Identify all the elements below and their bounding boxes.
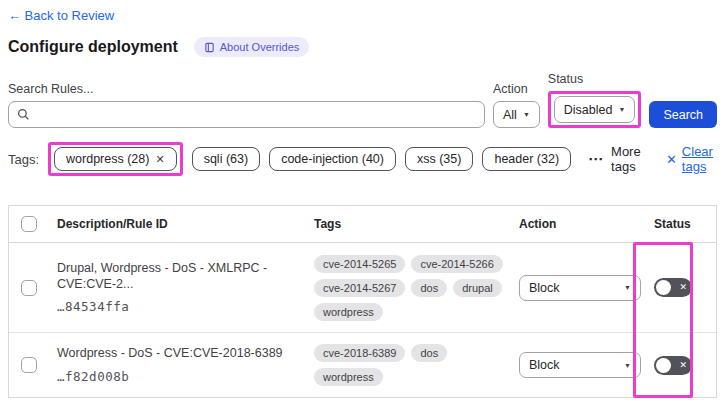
column-header-description: Description/Rule ID	[49, 217, 306, 231]
tag-filter-pill[interactable]: code-injection (40)	[269, 147, 396, 171]
rule-tag-pill: wordpress	[314, 368, 383, 386]
action-select[interactable]: Block ▼	[519, 275, 641, 301]
column-header-status: Status	[646, 217, 716, 231]
table-row: Wordpress - DoS - CVE:CVE-2018-6389 …f82…	[9, 333, 716, 397]
book-icon	[204, 42, 215, 53]
selected-tag-label: wordpress (28)	[66, 152, 149, 166]
more-tags-button[interactable]: ⋯ More tags	[588, 144, 643, 174]
tag-filter-pill[interactable]: sqli (63)	[192, 147, 260, 171]
status-toggle[interactable]: ✕	[654, 278, 692, 297]
tags-bar: Tags: wordpress (28) ✕ sqli (63)code-inj…	[8, 142, 717, 176]
rule-id: …f82d008b	[57, 369, 306, 384]
more-tags-label: More tags	[611, 144, 643, 174]
table-row: Drupal, Wordpress - DoS - XMLRPC - CVE:C…	[9, 243, 716, 333]
rule-tag-pill: cve-2014-5266	[411, 255, 502, 273]
status-filter-annotation: Disabled ▼	[548, 91, 642, 128]
rule-tags: cve-2014-5265cve-2014-5266cve-2014-5267d…	[306, 255, 511, 321]
filter-bar: Search Rules... Action All ▼ Status Disa…	[8, 72, 717, 128]
rule-id: …84534ffa	[57, 299, 306, 314]
rule-description: Drupal, Wordpress - DoS - XMLRPC - CVE:C…	[57, 261, 306, 292]
row-checkbox[interactable]	[21, 357, 37, 373]
chevron-down-icon: ▼	[523, 111, 530, 118]
status-filter-group: Status Disabled ▼	[548, 72, 642, 128]
status-filter-select[interactable]: Disabled ▼	[554, 96, 636, 123]
rule-tag-pill: drupal	[453, 279, 502, 297]
search-input[interactable]	[8, 101, 485, 128]
column-header-action: Action	[511, 217, 646, 231]
back-to-review-link[interactable]: ← Back to Review	[8, 8, 114, 23]
about-overrides-badge[interactable]: About Overrides	[194, 37, 309, 57]
chevron-down-icon: ▼	[624, 284, 631, 291]
rule-tag-pill: cve-2014-5265	[314, 255, 405, 273]
status-filter-label: Status	[548, 72, 642, 86]
rule-tag-pill: wordpress	[314, 303, 383, 321]
table-body: Drupal, Wordpress - DoS - XMLRPC - CVE:C…	[9, 243, 716, 397]
clear-x-icon: ✕	[666, 152, 677, 167]
remove-tag-icon[interactable]: ✕	[155, 153, 164, 166]
search-button[interactable]: Search	[649, 101, 717, 128]
action-filter-select[interactable]: All ▼	[493, 101, 540, 128]
rule-tag-pill: cve-2014-5267	[314, 279, 405, 297]
column-header-tags: Tags	[306, 217, 511, 231]
status-filter-value: Disabled	[564, 103, 613, 117]
rule-tag-pill: cve-2018-6389	[314, 344, 405, 362]
rule-tags: cve-2018-6389doswordpress	[306, 344, 511, 386]
action-select[interactable]: Block ▼	[519, 352, 641, 378]
status-toggle[interactable]: ✕	[654, 356, 692, 375]
configure-deployment-page: ← Back to Review Configure deployment Ab…	[0, 0, 725, 398]
tag-filter-list: sqli (63)code-injection (40)xss (35)head…	[192, 147, 571, 171]
search-icon	[17, 108, 30, 121]
row-checkbox[interactable]	[21, 280, 37, 296]
action-filter-group: Action All ▼	[493, 82, 540, 128]
table-header: Description/Rule ID Tags Action Status	[9, 206, 716, 243]
ellipsis-icon: ⋯	[588, 150, 604, 168]
toggle-x-icon: ✕	[679, 283, 687, 292]
toggle-knob	[656, 280, 671, 295]
clear-tags-button[interactable]: ✕ Clear tags	[666, 144, 717, 174]
action-filter-label: Action	[493, 82, 540, 96]
chevron-down-icon: ▼	[624, 362, 631, 369]
toggle-knob	[656, 358, 671, 373]
rule-description: Wordpress - DoS - CVE:CVE-2018-6389	[57, 346, 306, 362]
tag-filter-pill[interactable]: xss (35)	[405, 147, 473, 171]
tag-filter-pill[interactable]: header (32)	[482, 147, 571, 171]
action-filter-value: All	[503, 108, 517, 122]
rule-tag-pill: dos	[411, 279, 447, 297]
rules-table: Description/Rule ID Tags Action Status D…	[8, 205, 717, 398]
tag-filter-pill-selected[interactable]: wordpress (28) ✕	[54, 147, 177, 171]
selected-tag-annotation: wordpress (28) ✕	[48, 142, 183, 176]
tags-label: Tags:	[8, 152, 39, 167]
search-rules-label: Search Rules...	[8, 82, 485, 96]
rule-tag-pill: dos	[411, 344, 447, 362]
select-all-checkbox[interactable]	[21, 216, 37, 232]
page-title: Configure deployment	[8, 38, 178, 56]
chevron-down-icon: ▼	[618, 106, 625, 113]
clear-tags-label: Clear tags	[682, 144, 717, 174]
title-row: Configure deployment About Overrides	[8, 37, 717, 57]
toggle-x-icon: ✕	[679, 361, 687, 370]
about-overrides-label: About Overrides	[220, 41, 299, 53]
